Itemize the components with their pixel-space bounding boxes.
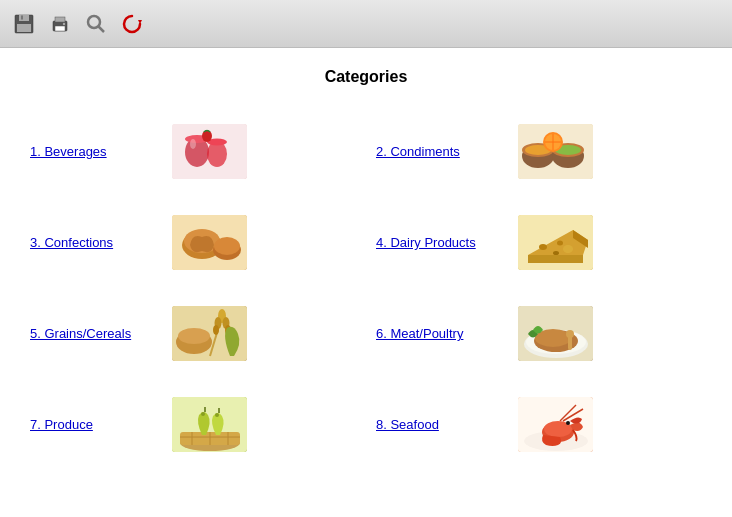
svg-point-8 bbox=[88, 16, 100, 28]
category-item-grains: 5. Grains/Cereals bbox=[20, 288, 366, 379]
category-link-seafood[interactable]: 8. Seafood bbox=[376, 417, 506, 432]
category-link-confections[interactable]: 3. Confections bbox=[30, 235, 160, 250]
category-item-dairy: 4. Dairy Products bbox=[366, 197, 712, 288]
categories-container: 1. Beverages 2. Condiments bbox=[0, 96, 732, 490]
svg-point-41 bbox=[563, 245, 573, 253]
category-image-produce bbox=[172, 397, 247, 452]
categories-grid: 1. Beverages 2. Condiments bbox=[20, 106, 712, 470]
category-link-beverages[interactable]: 1. Beverages bbox=[30, 144, 160, 159]
category-link-condiments[interactable]: 2. Condiments bbox=[376, 144, 506, 159]
category-link-dairy[interactable]: 4. Dairy Products bbox=[376, 235, 506, 250]
toolbar bbox=[0, 0, 732, 48]
category-link-meat[interactable]: 6. Meat/Poultry bbox=[376, 326, 506, 341]
svg-point-7 bbox=[63, 22, 65, 24]
category-item-beverages: 1. Beverages bbox=[20, 106, 366, 197]
svg-point-57 bbox=[566, 330, 574, 338]
category-item-seafood: 8. Seafood bbox=[366, 379, 712, 470]
svg-point-66 bbox=[215, 413, 219, 417]
category-image-condiments bbox=[518, 124, 593, 179]
svg-marker-36 bbox=[528, 255, 583, 263]
svg-rect-6 bbox=[55, 26, 65, 31]
category-image-dairy bbox=[518, 215, 593, 270]
svg-point-16 bbox=[202, 130, 212, 142]
category-image-beverages bbox=[172, 124, 247, 179]
svg-rect-5 bbox=[55, 17, 65, 22]
svg-point-75 bbox=[566, 421, 570, 425]
save-button[interactable] bbox=[8, 8, 40, 40]
category-image-grains bbox=[172, 306, 247, 361]
svg-marker-10 bbox=[138, 20, 142, 24]
svg-point-47 bbox=[213, 325, 219, 335]
svg-rect-1 bbox=[19, 15, 29, 21]
category-image-meat bbox=[518, 306, 593, 361]
undo-button[interactable] bbox=[116, 8, 148, 40]
search-button[interactable] bbox=[80, 8, 112, 40]
svg-point-65 bbox=[201, 412, 205, 416]
print-button[interactable] bbox=[44, 8, 76, 40]
svg-line-9 bbox=[99, 26, 105, 32]
svg-point-17 bbox=[190, 139, 196, 149]
svg-point-40 bbox=[553, 251, 559, 255]
category-link-produce[interactable]: 7. Produce bbox=[30, 417, 160, 432]
svg-point-38 bbox=[539, 244, 547, 250]
svg-rect-3 bbox=[17, 24, 31, 32]
category-link-grains[interactable]: 5. Grains/Cereals bbox=[30, 326, 160, 341]
category-item-condiments: 2. Condiments bbox=[366, 106, 712, 197]
category-image-seafood bbox=[518, 397, 593, 452]
category-image-confections bbox=[172, 215, 247, 270]
svg-point-33 bbox=[214, 237, 240, 255]
svg-point-39 bbox=[557, 241, 563, 246]
category-item-produce: 7. Produce bbox=[20, 379, 366, 470]
svg-point-50 bbox=[178, 328, 210, 344]
category-item-meat: 6. Meat/Poultry bbox=[366, 288, 712, 379]
category-item-confections: 3. Confections bbox=[20, 197, 366, 288]
svg-rect-2 bbox=[21, 15, 23, 19]
page-title: Categories bbox=[0, 68, 732, 86]
